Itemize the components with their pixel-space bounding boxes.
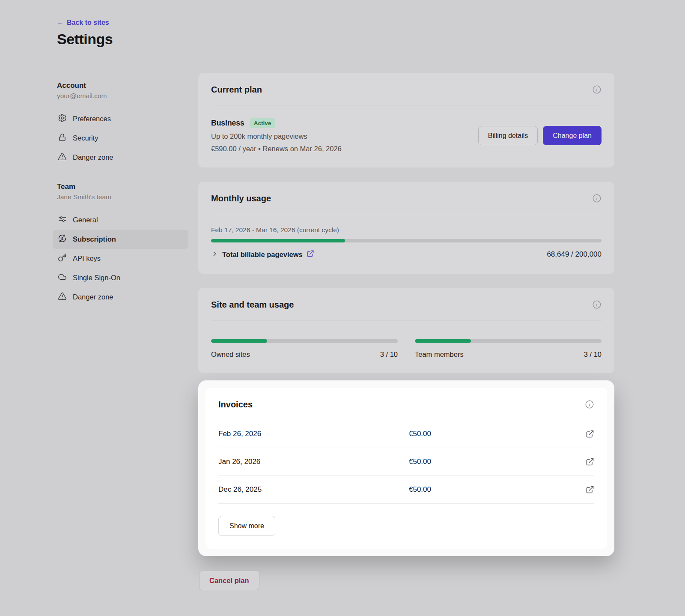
team-members-progress-track [415, 339, 602, 343]
monthly-usage-card: Monthly usage Feb 17, 2026 - Mar 16, 202… [198, 182, 614, 274]
external-link-icon[interactable] [586, 458, 594, 466]
sidebar-item-label: Danger zone [73, 153, 113, 161]
invoices-spotlight: Invoices Feb 26, 2026 €50.00 [198, 380, 614, 556]
billing-cycle-label: Feb 17, 2026 - Mar 16, 2026 (current cyc… [211, 226, 602, 234]
change-plan-button[interactable]: Change plan [543, 126, 602, 145]
external-link-icon[interactable] [586, 430, 594, 438]
account-heading: Account [57, 81, 188, 90]
divider [211, 105, 602, 105]
info-icon[interactable] [592, 85, 602, 94]
invoice-date: Dec 26, 2025 [218, 485, 409, 494]
info-icon[interactable] [592, 194, 602, 203]
invoice-amount: €50.00 [409, 458, 586, 466]
sidebar-item-label: API keys [73, 254, 101, 263]
invoice-row: Jan 26, 2026 €50.00 [218, 448, 594, 476]
invoice-date: Jan 26, 2026 [218, 458, 409, 466]
invoices-card: Invoices Feb 26, 2026 €50.00 [206, 388, 607, 549]
warning-triangle-icon [58, 152, 67, 163]
sidebar-item-preferences[interactable]: Preferences [53, 109, 188, 129]
sidebar-item-security[interactable]: Security [53, 129, 188, 148]
external-link-icon[interactable] [307, 250, 314, 259]
subscription-dollar-refresh-icon: $ [58, 234, 67, 245]
sidebar-item-label: Single Sign-On [73, 274, 120, 282]
billing-details-button[interactable]: Billing details [478, 126, 538, 145]
cloud-icon [58, 272, 67, 283]
sidebar-section-account: Account your@email.com Preferences Secur… [57, 81, 188, 167]
sidebar-item-label: General [73, 216, 98, 224]
account-email: your@email.com [57, 92, 188, 100]
sidebar-section-team: Team Jane Smith's team General $ Subscri… [57, 182, 188, 307]
sidebar-item-general[interactable]: General [53, 210, 188, 230]
info-icon[interactable] [585, 400, 594, 409]
team-heading: Team [57, 182, 188, 191]
pageviews-progress-fill [211, 239, 345, 242]
invoice-row: Feb 26, 2026 €50.00 [218, 420, 594, 448]
cancel-plan-button[interactable]: Cancel plan [199, 571, 259, 590]
pageviews-usage-value: 68,649 / 200,000 [547, 250, 602, 259]
owned-sites-progress-track [211, 339, 398, 343]
billable-pageviews-label: Total billable pageviews [222, 251, 303, 259]
key-icon [58, 253, 67, 264]
sidebar-item-label: Subscription [73, 235, 116, 243]
back-to-sites-link[interactable]: ← Back to sites [57, 19, 109, 27]
team-members-progress-fill [415, 339, 471, 343]
back-to-sites-label: Back to sites [67, 19, 109, 27]
plan-details: Business Active Up to 200k monthly pagev… [211, 118, 342, 153]
invoice-amount: €50.00 [409, 485, 586, 494]
team-name: Jane Smith's team [57, 193, 188, 201]
pageviews-progress-track [211, 239, 602, 242]
settings-main: Current plan Business Active Up to 200k … [198, 73, 614, 590]
invoice-row: Dec 26, 2025 €50.00 [218, 476, 594, 504]
warning-triangle-icon [58, 292, 67, 302]
svg-text:$: $ [61, 236, 63, 241]
current-plan-title: Current plan [211, 85, 262, 95]
owned-sites-progress-fill [211, 339, 267, 343]
invoices-title: Invoices [218, 400, 253, 410]
sliders-icon [58, 215, 67, 225]
sidebar-item-label: Danger zone [73, 293, 113, 301]
owned-sites-label: Owned sites [211, 350, 250, 359]
info-icon[interactable] [592, 300, 602, 309]
invoice-date: Feb 26, 2026 [218, 430, 409, 438]
lock-icon [58, 133, 67, 144]
owned-sites-meter: Owned sites 3 / 10 [211, 334, 398, 359]
plan-name: Business [211, 119, 244, 128]
header-divider [57, 59, 614, 59]
sidebar-item-label: Security [73, 134, 98, 142]
site-team-usage-card: Site and team usage Owned sites 3 / 10 [198, 288, 614, 373]
settings-sidebar: Account your@email.com Preferences Secur… [57, 73, 188, 590]
settings-page: ← Back to sites Settings Account your@em… [0, 0, 685, 616]
external-link-icon[interactable] [586, 485, 594, 494]
invoice-amount: €50.00 [409, 430, 586, 438]
sidebar-item-single-sign-on[interactable]: Single Sign-On [53, 268, 188, 287]
page-title: Settings [57, 31, 614, 48]
sidebar-item-label: Preferences [73, 115, 111, 123]
show-more-button[interactable]: Show more [218, 516, 275, 536]
plan-pageviews-line: Up to 200k monthly pageviews [211, 132, 342, 141]
gear-icon [58, 114, 67, 124]
sidebar-item-account-danger-zone[interactable]: Danger zone [53, 148, 188, 167]
divider [211, 320, 602, 320]
owned-sites-value: 3 / 10 [380, 350, 398, 359]
team-members-value: 3 / 10 [584, 350, 602, 359]
sidebar-item-subscription[interactable]: $ Subscription [53, 230, 188, 249]
monthly-usage-title: Monthly usage [211, 194, 271, 203]
site-team-usage-title: Site and team usage [211, 300, 294, 310]
team-members-label: Team members [415, 350, 464, 359]
sidebar-item-api-keys[interactable]: API keys [53, 249, 188, 268]
active-status-badge: Active [250, 118, 276, 128]
billable-pageviews-toggle[interactable]: Total billable pageviews [211, 250, 314, 259]
current-plan-card: Current plan Business Active Up to 200k … [198, 73, 614, 167]
sidebar-item-team-danger-zone[interactable]: Danger zone [53, 287, 188, 307]
team-members-meter: Team members 3 / 10 [415, 334, 602, 359]
plan-price-line: €590.00 / year • Renews on Mar 26, 2026 [211, 145, 342, 153]
arrow-left-icon: ← [57, 19, 64, 27]
divider [211, 214, 602, 214]
chevron-right-icon [211, 250, 218, 259]
